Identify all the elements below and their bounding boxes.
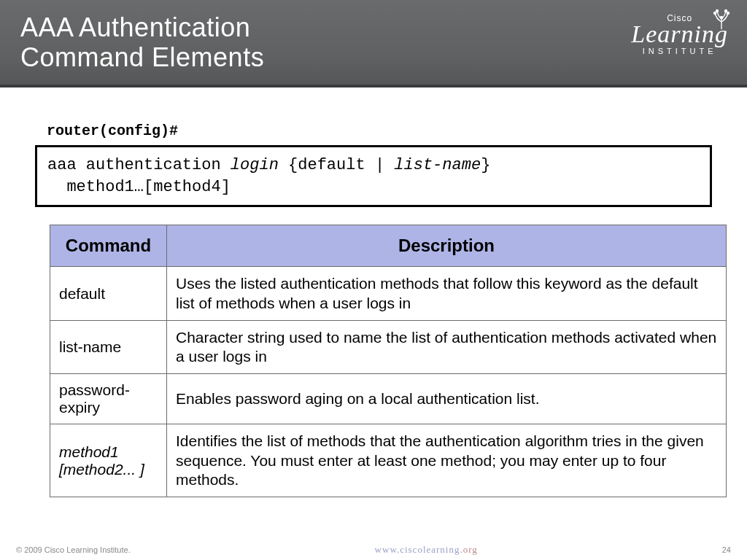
cli-prompt: router(config)# [47, 122, 718, 139]
svg-point-1 [727, 12, 729, 15]
logo-bot-text: INSTITUTE [631, 47, 728, 55]
svg-point-4 [721, 17, 723, 19]
title-line-1: AAA Authentication [20, 12, 250, 42]
cmd-mid: {default | [279, 156, 394, 174]
desc-cell: Character string used to name the list o… [167, 320, 727, 374]
col-command: Command [50, 225, 167, 267]
copyright-text: © 2009 Cisco Learning Institute. [16, 545, 131, 554]
slide-title: AAA Authentication Command Elements [20, 12, 264, 73]
table-row: password-expiry Enables password aging o… [50, 374, 727, 424]
cisco-learning-logo: Cisco Learning INSTITUTE [631, 13, 728, 55]
footer-url: www.ciscolearning.org [375, 544, 478, 556]
slide-content: router(config)# aaa authentication login… [0, 88, 747, 497]
svg-point-3 [725, 10, 727, 12]
cmd-listname: list-name [394, 156, 481, 174]
slide-header: AAA Authentication Command Elements Cisc… [0, 0, 747, 88]
cmd-line2: method1…[method4] [47, 178, 231, 196]
cmd-cell: list-name [50, 320, 167, 374]
table-row: method1 [method2... ] Identifies the lis… [50, 424, 727, 497]
desc-cell: Identifies the list of methods that the … [167, 424, 727, 497]
desc-cell: Uses the listed authentication methods t… [167, 267, 727, 321]
svg-point-2 [716, 10, 719, 12]
leaf-icon [711, 9, 732, 31]
table-header-row: Command Description [50, 225, 727, 267]
cmd-login: login [231, 156, 279, 174]
cmd-cell: password-expiry [50, 374, 167, 424]
command-syntax-box: aaa authentication login {default | list… [35, 145, 712, 207]
command-description-table: Command Description default Uses the lis… [50, 225, 727, 497]
table-row: list-name Character string used to name … [50, 320, 727, 374]
cmd-cell: method1 [method2... ] [50, 424, 167, 497]
svg-point-0 [714, 12, 716, 15]
page-number: 24 [722, 545, 731, 554]
table-row: default Uses the listed authentication m… [50, 267, 727, 321]
cmd-prefix: aaa authentication [47, 156, 231, 174]
col-description: Description [167, 225, 727, 267]
cmd-close: } [481, 156, 490, 174]
title-line-2: Command Elements [20, 42, 264, 72]
cmd-cell: default [50, 267, 167, 321]
desc-cell: Enables password aging on a local authen… [167, 374, 727, 424]
slide-footer: © 2009 Cisco Learning Institute. www.cis… [0, 544, 747, 556]
